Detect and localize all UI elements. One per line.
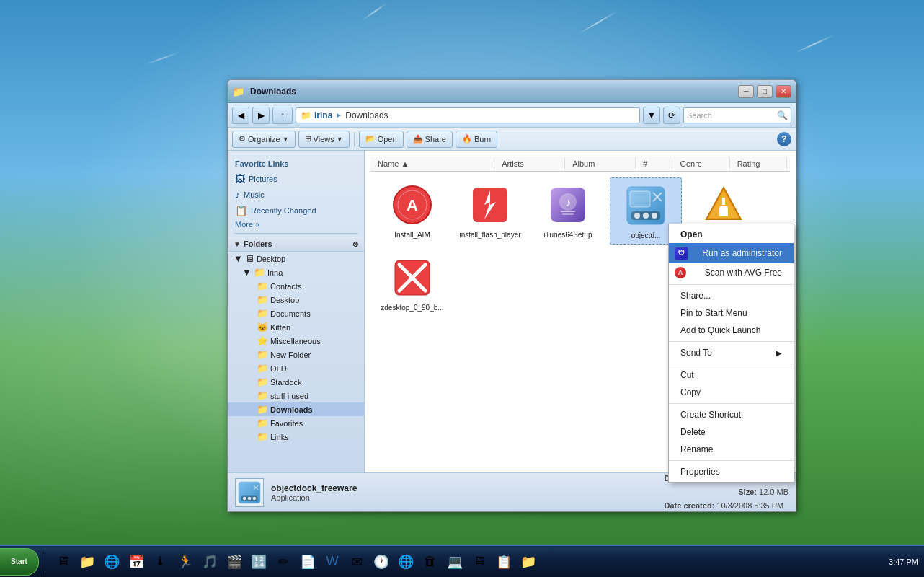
- taskbar-icon-9[interactable]: 🔢: [247, 550, 270, 573]
- taskbar-icon-7[interactable]: 🎵: [198, 550, 221, 573]
- taskbar-icon-10[interactable]: ✏: [272, 550, 295, 573]
- tree-item[interactable]: 📁OLD: [228, 361, 364, 375]
- ctx-item-properties[interactable]: Properties: [669, 463, 794, 480]
- tree-item[interactable]: 📁stuff i used: [228, 389, 364, 402]
- context-menu: Open🛡Run as administratorAScan with AVG …: [668, 224, 794, 483]
- tree-item[interactable]: 📁Downloads: [228, 402, 364, 416]
- folder-icon-downloads: 📁: [257, 404, 268, 415]
- taskbar-icon-14[interactable]: 🕐: [370, 550, 393, 573]
- taskbar-icon-12[interactable]: W: [321, 550, 344, 573]
- ctx-item-run-as-administrator[interactable]: 🛡Run as administrator: [669, 243, 794, 263]
- folder-icon-stuff-i-used: 📁: [257, 390, 268, 401]
- ctx-item-create-shortcut[interactable]: Create Shortcut: [669, 406, 794, 423]
- col-header-artists[interactable]: Artists: [497, 158, 565, 169]
- ctx-item-delete[interactable]: Delete: [669, 423, 794, 441]
- ctx-item-rename[interactable]: Rename: [669, 441, 794, 458]
- taskbar-icon-18[interactable]: 🖥: [468, 550, 491, 573]
- taskbar-icon-1[interactable]: 🖥: [51, 550, 74, 573]
- file-item-install-aim[interactable]: A Install_AIM: [376, 177, 448, 245]
- recently-changed-icon: 📋: [235, 205, 247, 216]
- burn-button[interactable]: 🔥 Burn: [456, 131, 497, 148]
- col-header-genre[interactable]: Genre: [675, 158, 729, 169]
- folders-section-header[interactable]: ▼ Folders ⊗: [228, 237, 364, 252]
- col-header-album[interactable]: Album: [568, 158, 636, 169]
- open-button[interactable]: 📂 Open: [359, 131, 404, 148]
- file-item-itunes[interactable]: ♪ iTunes64Setup: [532, 177, 604, 245]
- ctx-item-scan-with-avg-free[interactable]: AScan with AVG Free: [669, 263, 794, 282]
- sidebar-more-link[interactable]: More »: [228, 219, 364, 230]
- date-created-value: 10/3/2008 5:35 PM: [716, 501, 783, 510]
- tree-item[interactable]: 📁New Folder: [228, 348, 364, 361]
- tree-item[interactable]: 📁Contacts: [228, 279, 364, 293]
- address-path[interactable]: 📁 Irina ► Downloads: [296, 107, 640, 123]
- minimize-button[interactable]: ─: [738, 85, 754, 98]
- refresh-button[interactable]: ⟳: [663, 107, 680, 124]
- taskbar-icon-15[interactable]: 🌐: [394, 550, 417, 573]
- window-title: Downloads: [250, 87, 735, 97]
- taskbar-icon-20[interactable]: 📁: [517, 550, 540, 573]
- tree-item[interactable]: ⭐Miscellaneous: [228, 334, 364, 348]
- taskbar-icon-5[interactable]: 🌡: [149, 550, 172, 573]
- tree-item[interactable]: 📁Music: [228, 444, 364, 446]
- share-button[interactable]: 📤 Share: [407, 131, 453, 148]
- maximize-button[interactable]: □: [757, 85, 773, 98]
- ctx-item-copy[interactable]: Copy: [669, 384, 794, 401]
- ctx-separator-12: [669, 403, 794, 404]
- close-button[interactable]: ✕: [776, 85, 791, 98]
- folder-icon-favorites: 📁: [257, 418, 268, 428]
- search-icon[interactable]: 🔍: [777, 110, 788, 120]
- tree-item[interactable]: 🐱Kitten: [228, 320, 364, 334]
- tree-item-desktop-root[interactable]: ▼ 🖥 Desktop: [228, 252, 364, 265]
- taskbar-icon-11[interactable]: 📄: [296, 550, 319, 573]
- folder-icon-new-folder: 📁: [257, 349, 268, 360]
- back-button[interactable]: ◀: [232, 107, 249, 124]
- folders-label: Folders: [244, 239, 272, 248]
- sidebar-item-music[interactable]: ♪ Music: [228, 187, 364, 203]
- ctx-item-open[interactable]: Open: [669, 226, 794, 243]
- help-button[interactable]: ?: [777, 132, 791, 146]
- file-item-flash[interactable]: install_flash_player: [454, 177, 526, 245]
- ctx-item-cut[interactable]: Cut: [669, 366, 794, 384]
- tree-item[interactable]: 📁Favorites: [228, 416, 364, 430]
- sidebar-item-pictures-label: Pictures: [249, 175, 277, 183]
- col-header-rating[interactable]: Rating: [733, 158, 787, 169]
- search-box[interactable]: Search 🔍: [683, 107, 791, 123]
- ctx-item-add-to-quick-launch[interactable]: Add to Quick Launch: [669, 322, 794, 339]
- ctx-item-share...[interactable]: Share...: [669, 287, 794, 304]
- tree-item[interactable]: 📁Documents: [228, 307, 364, 320]
- ctx-item-pin-to-start-menu[interactable]: Pin to Start Menu: [669, 304, 794, 322]
- taskbar-icon-19[interactable]: 📋: [492, 550, 515, 573]
- address-dropdown-button[interactable]: ▼: [643, 107, 660, 124]
- tree-item-irina[interactable]: ▼ 📁 Irina: [228, 265, 364, 279]
- taskbar-icon-16[interactable]: 🗑: [419, 550, 442, 573]
- taskbar-icon-2[interactable]: 📁: [76, 550, 99, 573]
- objectdock-icon: [623, 182, 669, 229]
- start-button[interactable]: Start: [0, 548, 39, 576]
- up-button[interactable]: ↑: [272, 107, 293, 124]
- tree-item[interactable]: 📁Links: [228, 430, 364, 444]
- col-header-number[interactable]: #: [639, 158, 672, 169]
- taskbar-icon-8[interactable]: 🎬: [223, 550, 246, 573]
- taskbar-icon-6[interactable]: 🏃: [174, 550, 197, 573]
- views-button[interactable]: ⊞ Views ▼: [298, 131, 350, 148]
- col-header-name[interactable]: Name ▲: [373, 158, 494, 169]
- file-item-zdesktop[interactable]: zdesktop_0_90_b...: [376, 250, 448, 316]
- taskbar-icon-13[interactable]: ✉: [345, 550, 368, 573]
- zdesktop-name: zdesktop_0_90_b...: [381, 304, 443, 312]
- svg-point-13: [643, 213, 649, 219]
- taskbar-icon-3[interactable]: 🌐: [100, 550, 123, 573]
- taskbar-icon-17[interactable]: 💻: [443, 550, 466, 573]
- tree-item[interactable]: 📁Desktop: [228, 293, 364, 307]
- taskbar-icon-4[interactable]: 📅: [125, 550, 148, 573]
- views-icon: ⊞: [305, 134, 311, 144]
- ctx-label: Rename: [680, 444, 713, 454]
- organize-button[interactable]: ⚙ Organize ▼: [232, 131, 296, 148]
- organize-arrow: ▼: [283, 136, 289, 143]
- forward-button[interactable]: ▶: [252, 107, 270, 124]
- sidebar-item-pictures[interactable]: 🖼 Pictures: [228, 171, 364, 187]
- folders-chevron: ▼: [234, 240, 241, 248]
- ctx-item-send-to[interactable]: Send To▶: [669, 344, 794, 361]
- sidebar-item-recently-changed[interactable]: 📋 Recently Changed: [228, 203, 364, 219]
- svg-point-28: [248, 496, 252, 500]
- tree-item[interactable]: 📁Stardock: [228, 375, 364, 389]
